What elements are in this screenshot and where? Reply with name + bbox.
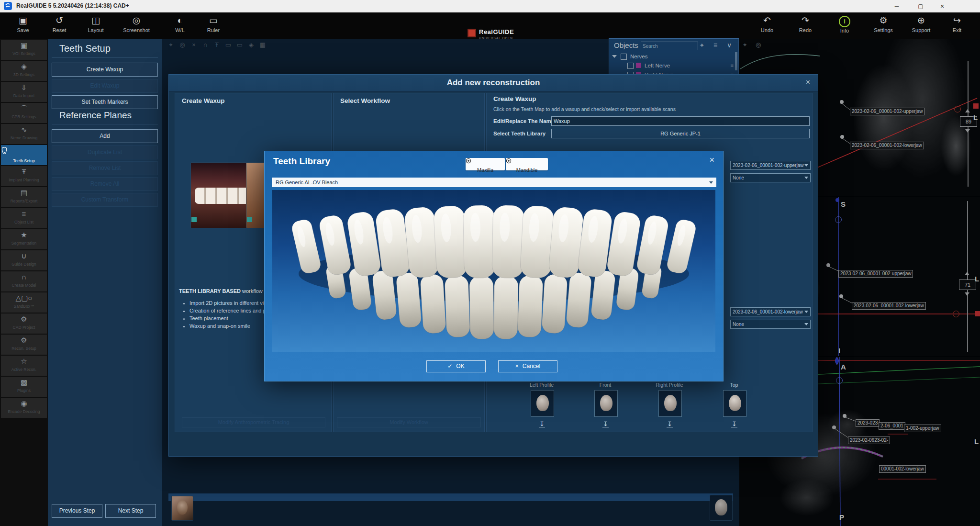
settings-button[interactable]: ⚙ Settings (865, 14, 902, 38)
slider-handle[interactable] (975, 311, 980, 316)
snapshot-icon[interactable]: ◎ (756, 41, 761, 48)
set-teeth-markers-button[interactable]: Set Teeth Markers (52, 95, 158, 109)
sidebar-item-active-recon[interactable]: ☆Active Recon. (1, 356, 47, 376)
visibility-checkbox[interactable] (627, 63, 634, 69)
cancel-button[interactable]: ×Cancel (498, 360, 557, 372)
lowerjaw-scan-dropdown[interactable]: 2023-02-06_00001-002-lowerjaw (730, 307, 811, 316)
implant-icon[interactable]: Ŧ (211, 41, 223, 48)
support-button[interactable]: ⊕ Support (903, 14, 939, 38)
slider-up-arrow[interactable] (965, 272, 969, 275)
modify-anthropometric-button[interactable]: Modify Anthropometric Tracing (182, 417, 325, 427)
photo-thumb-front[interactable] (594, 390, 618, 417)
maxilla-toggle-button[interactable]: Maxilla (466, 158, 505, 170)
screenshot-button[interactable]: ◎ Screenshot (115, 14, 158, 38)
remove-list-button[interactable]: Remove List (52, 161, 158, 175)
download-icon[interactable]: ↧ (731, 421, 737, 427)
slider-down-arrow[interactable] (965, 292, 969, 296)
close-icon[interactable]: × (806, 78, 810, 87)
upperjaw-none-dropdown[interactable]: None (730, 173, 811, 182)
sidebar-item-reports-export[interactable]: ▤Reports/Export (1, 187, 47, 207)
waxup-name-input[interactable] (551, 116, 810, 126)
photo-thumb-right-profile[interactable] (658, 390, 682, 417)
reset-button[interactable]: ↺ Reset (41, 14, 78, 38)
pan-icon[interactable]: ⌖ (165, 41, 177, 49)
search-input[interactable] (641, 42, 698, 50)
close-icon[interactable]: × (188, 41, 200, 48)
maximize-button[interactable]: ▢ (911, 0, 931, 12)
duplicate-list-button[interactable]: Duplicate List (52, 145, 158, 159)
collapse-icon[interactable]: ∨ (727, 41, 732, 49)
add-plane-button[interactable]: Add (52, 129, 158, 143)
custom-transform-button[interactable]: Custom Transform (52, 193, 158, 207)
modify-workflow-button[interactable]: Modify Workflow (337, 417, 481, 427)
close-icon[interactable]: × (709, 155, 714, 165)
sidebar-item-guide-design[interactable]: ∪Guide Design (1, 250, 47, 270)
rotation-marker[interactable] (836, 377, 843, 384)
item-menu-icon[interactable]: ≡ (731, 61, 734, 70)
sidebar-item-data-import[interactable]: ⇩Data Import (1, 82, 47, 102)
save-button[interactable]: ▣ Save (5, 14, 41, 38)
slider-handle-blue[interactable] (835, 198, 839, 202)
photo-thumb-left-profile[interactable] (531, 390, 554, 417)
sidebar-item-cad-project[interactable]: ⚙CAD Project (1, 313, 47, 334)
layout-button[interactable]: ◫ Layout (78, 14, 114, 38)
slider-handle[interactable] (973, 103, 979, 109)
list-menu-icon[interactable]: ≡ (713, 41, 717, 49)
undo-button[interactable]: ↶ Undo (749, 14, 785, 38)
sidebar-item-create-model[interactable]: ∩Create Model (1, 271, 47, 291)
sidebar-item-teeth-setup[interactable]: Teeth Setup (1, 145, 47, 165)
previous-step-button[interactable]: Previous Step (52, 504, 102, 518)
sidebar-item-implant-planning[interactable]: ŦImplant Planning (1, 166, 47, 186)
edit-waxup-button[interactable]: Edit Waxup (52, 79, 158, 93)
grid-icon[interactable]: ▦ (257, 41, 268, 48)
sidebar-item-sandbox[interactable]: △▢○SandBox™ (1, 292, 47, 313)
window-level-button[interactable]: ◐ W/L (162, 14, 198, 38)
ok-button[interactable]: ✓OK (426, 360, 486, 372)
redo-button[interactable]: ↷ Redo (787, 14, 824, 38)
expander-icon[interactable] (612, 55, 617, 58)
sidebar-item-plugins[interactable]: ▩Plugins (1, 377, 47, 397)
color-swatch[interactable] (636, 63, 641, 68)
select-teeth-library-button[interactable]: RG Generic JP-1 (551, 129, 810, 138)
visibility-checkbox[interactable] (621, 54, 627, 60)
download-icon[interactable]: ↧ (602, 421, 609, 427)
teeth-icon[interactable]: ∩ (200, 41, 211, 48)
exit-button[interactable]: ↪ Exit (939, 14, 975, 38)
pano2-icon[interactable]: ▭ (234, 41, 245, 48)
slider-up-arrow[interactable] (965, 109, 970, 112)
rotation-marker[interactable] (835, 216, 842, 223)
fit-view-icon[interactable]: ⌖ (700, 41, 704, 49)
rotation-marker[interactable] (953, 311, 959, 317)
tree-row-nerves[interactable]: Nerves (609, 52, 738, 61)
create-waxup-button[interactable]: Create Waxup (52, 63, 158, 77)
download-icon[interactable]: ↧ (667, 421, 673, 427)
info-button[interactable]: i Info (826, 14, 863, 38)
lowerjaw-none-dropdown[interactable]: None (730, 320, 811, 329)
upperjaw-scan-dropdown[interactable]: 2023-02-06_00001-002-upperjaw (730, 161, 811, 170)
sidebar-item-cpr-settings[interactable]: ⌒CPR Settings (1, 103, 47, 123)
library-select-dropdown[interactable]: RG Generic AL-OV Bleach (272, 178, 716, 187)
scrollbar[interactable] (735, 52, 737, 70)
sidebar-item-nerve-drawing[interactable]: ∿Nerve Drawing (1, 124, 47, 144)
sidebar-item-recon-setup[interactable]: ⚙Recon. Setup (1, 335, 47, 355)
ruler-button[interactable]: ▭ Ruler (195, 14, 232, 38)
face-orientation-thumbnail[interactable] (171, 496, 193, 521)
photo-thumb-top[interactable] (723, 390, 746, 417)
slider-down-arrow[interactable] (965, 129, 970, 133)
download-icon[interactable]: ↧ (539, 421, 545, 427)
mandible-toggle-button[interactable]: Mandible (506, 158, 548, 170)
sidebar-item-encode-decoding[interactable]: ◉Encode Decoding (1, 398, 47, 418)
next-step-button[interactable]: Next Step (105, 504, 156, 518)
pano-icon[interactable]: ▭ (223, 41, 234, 48)
close-button[interactable]: × (932, 0, 952, 12)
rotation-marker[interactable] (954, 106, 961, 112)
minimize-button[interactable]: ─ (887, 0, 907, 12)
pan-icon[interactable]: ⌖ (743, 41, 746, 49)
sidebar-item-segmentation[interactable]: ★Segmentation (1, 229, 47, 249)
sidebar-item-3d-settings[interactable]: ◈3D Settings (1, 61, 47, 81)
remove-all-button[interactable]: Remove All (52, 177, 158, 191)
teeth-3d-preview[interactable] (272, 190, 715, 352)
skull-orientation-thumbnail[interactable] (710, 495, 733, 521)
sidebar-item-object-list[interactable]: ≡Object List (1, 208, 47, 228)
camera-icon[interactable]: ◎ (177, 41, 188, 48)
